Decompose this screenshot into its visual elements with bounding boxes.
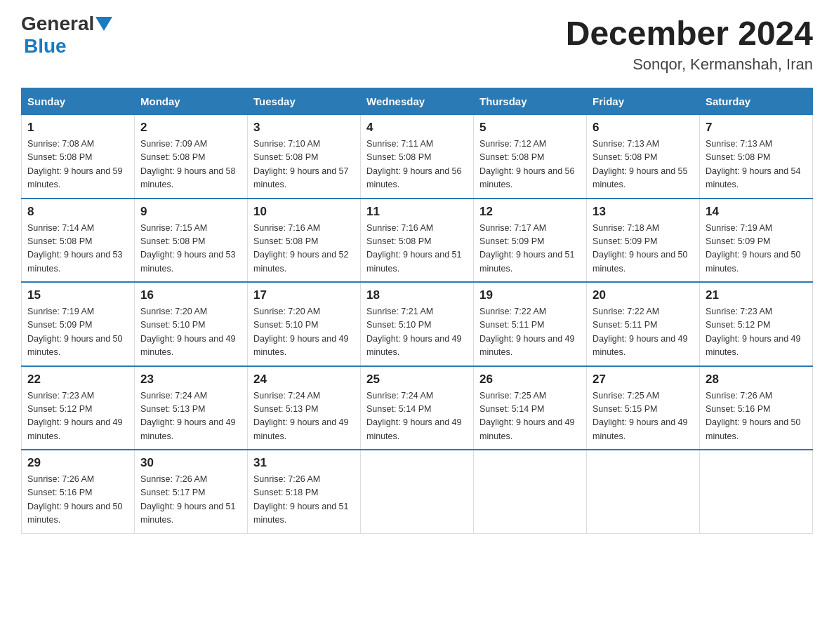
calendar-cell: 15 Sunrise: 7:19 AM Sunset: 5:09 PM Dayl… (22, 282, 135, 366)
daylight-label: Daylight: 9 hours and 56 minutes. (479, 166, 575, 189)
logo-blue-text: Blue (24, 35, 67, 58)
sunset-label: Sunset: 5:11 PM (593, 320, 657, 330)
day-info: Sunrise: 7:14 AM Sunset: 5:08 PM Dayligh… (27, 222, 128, 276)
day-info: Sunrise: 7:12 AM Sunset: 5:08 PM Dayligh… (479, 137, 581, 192)
logo-general-text: General (21, 14, 94, 34)
daylight-label: Daylight: 9 hours and 52 minutes. (253, 250, 349, 273)
day-info: Sunrise: 7:26 AM Sunset: 5:17 PM Dayligh… (140, 473, 241, 528)
sunset-label: Sunset: 5:16 PM (706, 404, 770, 414)
sunrise-label: Sunrise: 7:24 AM (140, 391, 207, 401)
sunset-label: Sunset: 5:14 PM (366, 404, 431, 414)
calendar-cell: 25 Sunrise: 7:24 AM Sunset: 5:14 PM Dayl… (361, 366, 474, 450)
sunset-label: Sunset: 5:15 PM (593, 404, 657, 414)
calendar-cell: 21 Sunrise: 7:23 AM Sunset: 5:12 PM Dayl… (700, 282, 813, 366)
sunrise-label: Sunrise: 7:15 AM (140, 223, 207, 233)
logo-triangle-icon (95, 17, 112, 31)
calendar-cell: 24 Sunrise: 7:24 AM Sunset: 5:13 PM Dayl… (248, 366, 361, 450)
day-number: 19 (479, 288, 581, 302)
sunset-label: Sunset: 5:16 PM (27, 488, 92, 497)
day-info: Sunrise: 7:20 AM Sunset: 5:10 PM Dayligh… (140, 305, 241, 360)
day-number: 31 (253, 456, 355, 470)
daylight-label: Daylight: 9 hours and 54 minutes. (706, 166, 801, 189)
daylight-label: Daylight: 9 hours and 49 minutes. (706, 334, 801, 357)
daylight-label: Daylight: 9 hours and 49 minutes. (479, 417, 575, 441)
day-number: 3 (253, 121, 355, 135)
day-info: Sunrise: 7:18 AM Sunset: 5:09 PM Dayligh… (593, 222, 694, 276)
calendar-cell: 2 Sunrise: 7:09 AM Sunset: 5:08 PM Dayli… (135, 115, 248, 199)
day-number: 15 (27, 288, 128, 302)
sunrise-label: Sunrise: 7:18 AM (593, 223, 659, 233)
day-number: 12 (479, 205, 581, 219)
sunset-label: Sunset: 5:09 PM (479, 236, 544, 246)
day-number: 14 (706, 205, 807, 219)
sunset-label: Sunset: 5:17 PM (140, 488, 205, 497)
day-info: Sunrise: 7:10 AM Sunset: 5:08 PM Dayligh… (253, 137, 355, 192)
day-number: 18 (366, 288, 468, 302)
sunrise-label: Sunrise: 7:13 AM (593, 139, 659, 149)
sunrise-label: Sunrise: 7:26 AM (706, 391, 772, 401)
sunset-label: Sunset: 5:10 PM (366, 320, 431, 330)
day-number: 5 (479, 121, 581, 135)
sunset-label: Sunset: 5:10 PM (140, 320, 205, 330)
sunrise-label: Sunrise: 7:16 AM (366, 223, 433, 233)
daylight-label: Daylight: 9 hours and 49 minutes. (366, 334, 462, 357)
day-number: 22 (27, 373, 128, 387)
day-info: Sunrise: 7:22 AM Sunset: 5:11 PM Dayligh… (479, 305, 581, 360)
day-info: Sunrise: 7:13 AM Sunset: 5:08 PM Dayligh… (593, 137, 694, 192)
calendar-cell: 6 Sunrise: 7:13 AM Sunset: 5:08 PM Dayli… (587, 115, 700, 199)
daylight-label: Daylight: 9 hours and 49 minutes. (253, 417, 349, 441)
sunset-label: Sunset: 5:13 PM (140, 404, 205, 414)
day-number: 16 (140, 288, 241, 302)
day-number: 13 (593, 205, 694, 219)
sunrise-label: Sunrise: 7:14 AM (27, 223, 94, 233)
sunrise-label: Sunrise: 7:26 AM (140, 474, 207, 484)
calendar-week-row: 22 Sunrise: 7:23 AM Sunset: 5:12 PM Dayl… (22, 366, 813, 450)
day-info: Sunrise: 7:24 AM Sunset: 5:13 PM Dayligh… (253, 389, 355, 444)
daylight-label: Daylight: 9 hours and 51 minutes. (140, 502, 236, 525)
sunset-label: Sunset: 5:08 PM (706, 152, 770, 162)
day-number: 17 (253, 288, 355, 302)
sunrise-label: Sunrise: 7:22 AM (593, 307, 659, 316)
day-info: Sunrise: 7:24 AM Sunset: 5:14 PM Dayligh… (366, 389, 468, 444)
calendar-cell: 18 Sunrise: 7:21 AM Sunset: 5:10 PM Dayl… (361, 282, 474, 366)
calendar-cell: 8 Sunrise: 7:14 AM Sunset: 5:08 PM Dayli… (22, 199, 135, 283)
sunrise-label: Sunrise: 7:17 AM (479, 223, 546, 233)
calendar-cell: 1 Sunrise: 7:08 AM Sunset: 5:08 PM Dayli… (22, 115, 135, 199)
daylight-label: Daylight: 9 hours and 56 minutes. (366, 166, 462, 189)
sunrise-label: Sunrise: 7:24 AM (253, 391, 320, 401)
logo: General Blue (21, 14, 112, 58)
day-number: 29 (27, 456, 128, 470)
sunrise-label: Sunrise: 7:22 AM (479, 307, 546, 316)
sunrise-label: Sunrise: 7:20 AM (140, 307, 207, 316)
sunrise-label: Sunrise: 7:26 AM (253, 474, 320, 484)
calendar-cell: 20 Sunrise: 7:22 AM Sunset: 5:11 PM Dayl… (587, 282, 700, 366)
weekday-header-sunday: Sunday (22, 88, 135, 115)
daylight-label: Daylight: 9 hours and 53 minutes. (140, 250, 236, 273)
calendar-cell: 16 Sunrise: 7:20 AM Sunset: 5:10 PM Dayl… (135, 282, 248, 366)
calendar-cell: 17 Sunrise: 7:20 AM Sunset: 5:10 PM Dayl… (248, 282, 361, 366)
calendar-cell: 28 Sunrise: 7:26 AM Sunset: 5:16 PM Dayl… (700, 366, 813, 450)
sunrise-label: Sunrise: 7:09 AM (140, 139, 207, 149)
sunrise-label: Sunrise: 7:23 AM (27, 391, 94, 401)
sunset-label: Sunset: 5:08 PM (253, 236, 318, 246)
sunrise-label: Sunrise: 7:24 AM (366, 391, 433, 401)
day-info: Sunrise: 7:19 AM Sunset: 5:09 PM Dayligh… (706, 222, 807, 276)
sunset-label: Sunset: 5:08 PM (27, 236, 92, 246)
sunrise-label: Sunrise: 7:23 AM (706, 307, 772, 316)
daylight-label: Daylight: 9 hours and 50 minutes. (27, 502, 123, 525)
sunset-label: Sunset: 5:14 PM (479, 404, 544, 414)
title-section: December 2024 Sonqor, Kermanshah, Iran (566, 14, 813, 74)
day-info: Sunrise: 7:19 AM Sunset: 5:09 PM Dayligh… (27, 305, 128, 360)
sunset-label: Sunset: 5:08 PM (140, 152, 205, 162)
day-number: 23 (140, 373, 241, 387)
sunrise-label: Sunrise: 7:13 AM (706, 139, 772, 149)
day-number: 25 (366, 373, 468, 387)
page-header: General Blue December 2024 Sonqor, Kerma… (21, 14, 813, 74)
calendar-cell: 23 Sunrise: 7:24 AM Sunset: 5:13 PM Dayl… (135, 366, 248, 450)
daylight-label: Daylight: 9 hours and 49 minutes. (253, 334, 349, 357)
daylight-label: Daylight: 9 hours and 55 minutes. (593, 166, 688, 189)
day-info: Sunrise: 7:26 AM Sunset: 5:16 PM Dayligh… (706, 389, 807, 444)
sunset-label: Sunset: 5:18 PM (253, 488, 318, 497)
sunrise-label: Sunrise: 7:25 AM (593, 391, 659, 401)
sunrise-label: Sunrise: 7:19 AM (706, 223, 772, 233)
